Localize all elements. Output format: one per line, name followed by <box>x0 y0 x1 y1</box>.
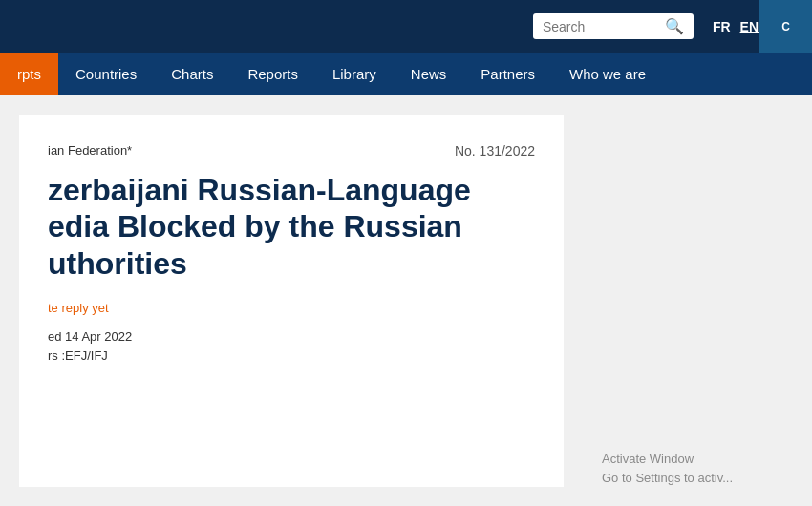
search-input[interactable] <box>543 19 657 34</box>
logo-box: C <box>759 0 812 53</box>
authors-info: rs :EFJ/IFJ <box>48 348 535 363</box>
nav-item-who-we-are[interactable]: Who we are <box>552 53 663 95</box>
date-info: ed 14 Apr 2022 <box>48 329 535 344</box>
content-card: No. 131/2022 ian Federation* zerbaijani … <box>19 115 564 487</box>
search-box[interactable]: 🔍 <box>533 13 694 39</box>
language-switcher: FR EN <box>713 19 759 34</box>
nav-item-charts[interactable]: Charts <box>154 53 230 95</box>
main-nav: rpts Countries Charts Reports Library Ne… <box>0 53 812 95</box>
nav-item-news[interactable]: News <box>394 53 464 95</box>
lang-en[interactable]: EN <box>740 19 759 34</box>
logo-text: C <box>781 20 790 33</box>
nav-item-partners[interactable]: Partners <box>463 53 552 95</box>
lang-fr[interactable]: FR <box>713 19 731 34</box>
main-title: zerbaijani Russian-Language edia Blocked… <box>48 172 535 282</box>
report-number: No. 131/2022 <box>455 143 535 158</box>
site-header: 🔍 FR EN ◯ C <box>0 0 812 53</box>
search-icon: 🔍 <box>665 17 684 35</box>
nav-item-reports[interactable]: Reports <box>230 53 315 95</box>
windows-line1: Activate Window <box>602 450 733 469</box>
nav-item-rpts[interactable]: rpts <box>0 53 58 95</box>
no-reply-text: te reply yet <box>48 301 535 315</box>
windows-notice: Activate Window Go to Settings to activ.… <box>602 450 733 487</box>
nav-item-library[interactable]: Library <box>315 53 394 95</box>
main-content: No. 131/2022 ian Federation* zerbaijani … <box>0 95 812 506</box>
right-panel: Activate Window Go to Settings to activ.… <box>583 95 812 506</box>
nav-item-countries[interactable]: Countries <box>58 53 154 95</box>
windows-line2: Go to Settings to activ... <box>602 469 733 488</box>
